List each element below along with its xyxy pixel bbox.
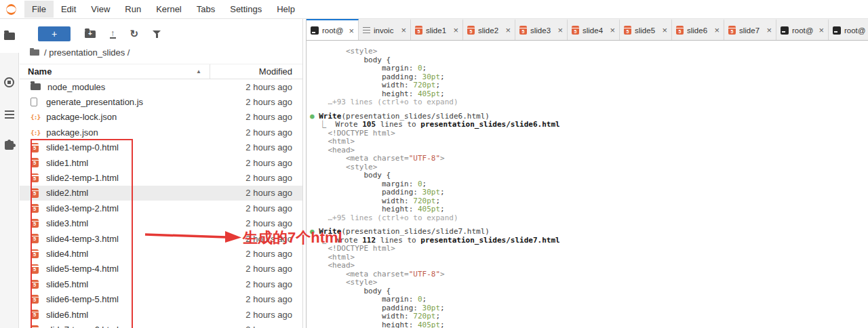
extensions-icon[interactable]: [5, 141, 14, 150]
terminal-line: <meta charset="UTF-8">: [310, 270, 868, 279]
file-row[interactable]: 5slide3-temp-2.html2 hours ago: [20, 201, 302, 216]
html-icon: 5: [676, 26, 684, 35]
close-icon[interactable]: ×: [401, 26, 406, 35]
file-modified: 2 hours ago: [245, 127, 292, 138]
file-row[interactable]: 5slide3.html2 hours ago: [20, 216, 302, 231]
file-modified: 2 hours ago: [245, 142, 292, 152]
terminal-line: <meta charset="UTF-8">: [310, 155, 868, 163]
close-icon[interactable]: ×: [766, 26, 772, 35]
breadcrumb[interactable]: / presentation_slides /: [30, 47, 130, 58]
refresh-button[interactable]: ↻: [130, 28, 139, 40]
tab-root[interactable]: root@×: [307, 19, 359, 41]
column-header-name[interactable]: Name: [28, 66, 52, 77]
html-icon: 5: [467, 26, 475, 35]
sort-ascending-icon[interactable]: ▲: [196, 68, 210, 75]
tab-slide1[interactable]: 5slide1×: [411, 19, 463, 40]
file-name: slide2-temp-1.html: [46, 173, 245, 183]
tab-root[interactable]: root@×: [776, 19, 829, 40]
html-icon: 5: [572, 26, 579, 35]
close-icon[interactable]: ×: [662, 26, 667, 35]
file-list[interactable]: node_modules2 hours agogenerate_presenta…: [20, 79, 302, 328]
file-name: generate_presentation.js: [46, 97, 245, 107]
tab-slide5[interactable]: 5slide5×: [620, 19, 672, 40]
table-of-contents-icon[interactable]: [5, 110, 14, 119]
new-folder-icon: [85, 30, 96, 38]
file-modified: 2 hours ago: [245, 279, 292, 289]
terminal-output[interactable]: <style> body { margin: 0; padding: 30pt;…: [307, 41, 868, 328]
tab-slide6[interactable]: 5slide6×: [672, 19, 724, 40]
file-row[interactable]: 5slide4.html2 hours ago: [20, 246, 302, 261]
file-modified: 2 hours ago: [245, 158, 292, 168]
file-modified: 2 hours ago: [245, 82, 292, 92]
file-row[interactable]: 5slide2.html2 hours ago: [20, 186, 302, 201]
tab-slide2[interactable]: 5slide2×: [463, 19, 515, 40]
file-row[interactable]: node_modules2 hours ago: [20, 79, 302, 94]
html-icon: 5: [31, 234, 39, 243]
html-icon: 5: [728, 26, 736, 35]
tab-label: slide6: [687, 26, 711, 35]
file-row[interactable]: generate_presentation.js2 hours ago: [20, 94, 302, 109]
menu-bar-items: FileEditViewRunKernelTabsSettingsHelp: [24, 1, 302, 18]
running-kernels-icon[interactable]: [4, 77, 14, 87]
text-icon: [363, 27, 370, 34]
terminal-block: ● Write(presentation_slides/slide7.html)…: [310, 228, 868, 328]
close-icon[interactable]: ×: [818, 26, 824, 35]
file-row[interactable]: {:}package.json2 hours ago: [20, 125, 302, 140]
tab-slide7[interactable]: 5slide7×: [724, 19, 776, 40]
upload-button[interactable]: ↑: [110, 29, 116, 39]
file-modified: 2 hours ago: [245, 249, 292, 259]
menu-file[interactable]: File: [24, 1, 54, 18]
close-icon[interactable]: ×: [610, 26, 615, 35]
terminal-line: <html>: [310, 138, 868, 146]
tab-slide4[interactable]: 5slide4×: [568, 19, 620, 40]
sidebar-item-file-browser[interactable]: [0, 19, 19, 53]
file-row[interactable]: 5slide4-temp-3.html2 hours ago: [20, 231, 302, 246]
menu-view[interactable]: View: [83, 1, 117, 18]
new-launcher-button[interactable]: +: [38, 26, 71, 41]
file-row[interactable]: 5slide6.html2 hours ago: [20, 307, 302, 322]
file-row[interactable]: 5slide5.html2 hours ago: [20, 276, 302, 291]
tab-invoic[interactable]: invoic×: [359, 19, 411, 40]
close-icon[interactable]: ×: [714, 26, 719, 35]
close-icon[interactable]: ×: [349, 26, 354, 35]
file-row[interactable]: 5slide7-temp-6.html2 hours ago: [20, 322, 302, 328]
new-folder-button[interactable]: [85, 30, 96, 38]
close-icon[interactable]: ×: [505, 26, 511, 35]
tab-label: root@: [322, 26, 345, 35]
tab-root[interactable]: root@×: [829, 19, 868, 40]
menu-help[interactable]: Help: [269, 1, 302, 18]
terminal-line: <style>: [310, 163, 868, 172]
file-row[interactable]: 5slide2-temp-1.html2 hours ago: [20, 170, 302, 185]
menu-run[interactable]: Run: [117, 1, 149, 18]
menu-edit[interactable]: Edit: [54, 1, 83, 18]
jupyter-logo-icon: [4, 3, 19, 16]
file-row[interactable]: 5slide1-temp-0.html2 hours ago: [20, 140, 302, 155]
menu-bar: FileEditViewRunKernelTabsSettingsHelp: [0, 0, 868, 19]
file-row[interactable]: 5slide6-temp-5.html2 hours ago: [20, 291, 302, 306]
column-header-modified[interactable]: Modified: [210, 64, 302, 79]
tab-label: root@: [792, 26, 815, 35]
folder-icon: [31, 83, 41, 90]
html-icon: 5: [31, 325, 39, 328]
tab-bar: root@×invoic×5slide1×5slide2×5slide3×5sl…: [307, 19, 868, 41]
menu-kernel[interactable]: Kernel: [149, 1, 189, 18]
terminal-line: …+93 lines (ctrl+o to expand): [310, 98, 868, 107]
file-name: slide6.html: [46, 310, 245, 320]
terminal-icon: [833, 26, 841, 35]
json-icon: {:}: [31, 129, 40, 136]
breadcrumb-path[interactable]: / presentation_slides /: [44, 47, 130, 58]
file-row[interactable]: {:}package-lock.json2 hours ago: [20, 110, 302, 125]
filter-button[interactable]: [153, 30, 161, 38]
tab-slide3[interactable]: 5slide3×: [515, 19, 568, 40]
html-icon: 5: [31, 173, 39, 183]
menu-settings[interactable]: Settings: [222, 1, 269, 18]
file-modified: 2 hours ago: [245, 173, 292, 183]
menu-tabs[interactable]: Tabs: [189, 1, 222, 18]
terminal-line: <style>: [310, 279, 868, 287]
file-row[interactable]: 5slide5-temp-4.html2 hours ago: [20, 262, 302, 276]
html-icon: 5: [31, 264, 39, 274]
close-icon[interactable]: ×: [557, 26, 563, 35]
tab-label: slide5: [635, 26, 658, 35]
file-row[interactable]: 5slide1.html2 hours ago: [20, 155, 302, 170]
close-icon[interactable]: ×: [453, 26, 458, 35]
